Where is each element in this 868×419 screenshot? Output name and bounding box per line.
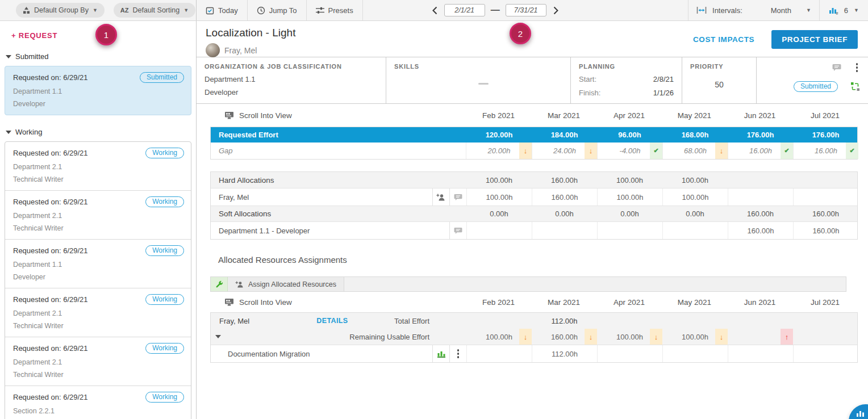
task-hours-cell	[793, 345, 858, 362]
skills-section: SKILLS	[386, 57, 571, 103]
allocation-cell: 100.00h	[662, 188, 728, 206]
requested-on-label: Requested on: 6/29/21	[13, 246, 88, 255]
interval-count-dropdown[interactable]: # 6 ▼	[819, 0, 868, 20]
priority-value: 50	[690, 80, 748, 89]
assignments-grid: Scroll Into View Feb 2021 Mar 2021 Apr 2…	[210, 292, 858, 363]
org-classification-section: ORGANIZATION & JOB CLASSIFICATION Depart…	[197, 57, 386, 103]
add-request-button[interactable]: + REQUEST	[11, 31, 57, 40]
intervals-dropdown[interactable]: Month ▼	[771, 6, 811, 15]
section-header-submitted[interactable]: Submitted	[6, 52, 196, 61]
jump-to-button[interactable]: Jump To	[248, 0, 307, 20]
allocation-cell: 100.00h	[597, 188, 662, 206]
status-badge: Working	[145, 343, 184, 354]
request-card[interactable]: Requested on: 6/29/21Working Department …	[5, 190, 191, 239]
allocation-cell: 160.00h	[532, 188, 597, 206]
remaining-cell: 100.00h↓	[466, 329, 532, 345]
project-brief-button[interactable]: PROJECT BRIEF	[771, 30, 858, 49]
scroll-into-view-button[interactable]: Scroll Into View	[210, 298, 292, 307]
card-org: Section 2.2.1	[13, 407, 184, 415]
section-label: Submitted	[15, 52, 49, 61]
allocation-cell	[793, 188, 858, 206]
allocation-cell	[532, 222, 597, 239]
details-link[interactable]: DETAILS	[316, 317, 348, 325]
task-assignment-row: Documentation Migration 112.00h	[211, 345, 857, 362]
kebab-menu-icon[interactable]	[449, 345, 466, 362]
next-period-button[interactable]	[552, 6, 560, 15]
request-status-section: Submitted	[757, 57, 868, 103]
section-header-working[interactable]: Working	[6, 128, 196, 136]
owner-name: Fray, Mel	[224, 46, 257, 55]
row-label: Gap	[219, 146, 233, 155]
monitor-icon	[224, 111, 234, 120]
row-label: Requested Effort	[219, 131, 278, 139]
request-detail-panel: Localization - Light Fray, Mel COST IMPA…	[197, 21, 868, 419]
task-hours-cell	[662, 345, 728, 362]
request-status-badge: Submitted	[794, 81, 838, 92]
allocation-cell: 0.00h	[532, 206, 597, 221]
group-by-icon	[23, 7, 30, 14]
request-card[interactable]: Requested on: 6/29/21Working Department …	[5, 239, 191, 288]
card-role: Technical Writer	[13, 322, 184, 330]
comment-icon[interactable]	[449, 188, 466, 206]
comment-icon[interactable]	[449, 222, 466, 239]
resource-name: Fray, Mel	[219, 317, 249, 325]
cost-impacts-link[interactable]: COST IMPACTS	[693, 35, 754, 44]
svg-text:#: #	[836, 11, 838, 15]
prev-period-button[interactable]	[431, 6, 439, 15]
wrench-tools-button[interactable]	[211, 277, 228, 291]
status-badge: Working	[145, 245, 184, 256]
presets-button[interactable]: Presets	[307, 0, 363, 20]
effort-cell: 184.00h	[532, 127, 597, 143]
comment-icon[interactable]	[832, 64, 841, 72]
annotation-badge-1: 1	[95, 24, 117, 45]
scroll-into-view-button[interactable]: Scroll Into View	[210, 111, 292, 120]
request-card[interactable]: Requested on: 6/29/21Working Department …	[5, 142, 191, 190]
expander-triangle-icon[interactable]	[215, 335, 221, 338]
card-org: Department 1.1	[13, 87, 184, 95]
timeline-toolbar: Today Jump To Presets —	[197, 0, 868, 20]
request-card[interactable]: Requested on: 6/29/21Working Section 2.2…	[5, 386, 191, 419]
date-from-input[interactable]	[444, 4, 485, 16]
annotation-badge-2: 2	[510, 23, 531, 44]
empty-value-dash	[478, 83, 489, 85]
card-role: Developer	[13, 273, 184, 281]
capacity-indicator-icon: ↓	[519, 329, 532, 345]
sorting-label: Default Sorting	[132, 6, 180, 14]
group-by-label: Default Group By	[34, 6, 89, 14]
today-button[interactable]: Today	[197, 0, 248, 20]
intervals-selected: Month	[771, 6, 791, 15]
task-hours-cell: 112.00h	[532, 345, 597, 362]
allocation-cell	[793, 172, 858, 188]
group-by-dropdown[interactable]: Default Group By ▼	[16, 3, 105, 18]
allocation-cell: 100.00h	[662, 172, 728, 188]
resource-planner-app: Default Group By ▼ AZ Default Sorting ▼ …	[0, 0, 868, 419]
remaining-cell: ↑	[728, 329, 793, 345]
start-date: 2/8/21	[653, 75, 674, 83]
allocation-cell: 160.00h	[532, 172, 597, 188]
task-hours-cell	[597, 345, 662, 362]
resource-allocation-row: Fray, Mel 100.00h 160.00h 100.00h 100.00…	[211, 188, 857, 206]
task-hours-cell	[728, 345, 793, 362]
month-header: May 2021	[662, 104, 727, 127]
request-card[interactable]: Requested on: 6/29/21Working Department …	[5, 288, 191, 337]
total-effort-cell	[466, 313, 532, 329]
task-name: Documentation Migration	[228, 350, 432, 358]
sorting-dropdown[interactable]: AZ Default Sorting ▼	[114, 3, 195, 18]
add-person-icon[interactable]	[432, 188, 449, 206]
requested-on-label: Requested on: 6/29/21	[13, 73, 88, 82]
priority-label: PRIORITY	[690, 63, 748, 70]
swap-status-icon[interactable]	[850, 82, 860, 91]
allocation-chart-icon[interactable]	[432, 345, 449, 362]
requested-on-label: Requested on: 6/29/21	[13, 198, 88, 206]
gap-indicator-icon: ↓	[715, 143, 728, 159]
request-card[interactable]: Requested on: 6/29/21Working Department …	[5, 337, 191, 386]
request-card-submitted[interactable]: Requested on: 6/29/21 Submitted Departme…	[5, 66, 191, 115]
kebab-menu-icon[interactable]	[855, 62, 859, 73]
calendar-today-icon	[206, 6, 214, 15]
date-to-input[interactable]	[506, 4, 546, 16]
remaining-cell	[793, 329, 858, 345]
jump-to-label: Jump To	[269, 6, 297, 15]
assign-allocated-resources-button[interactable]: Assign Allocated Resources	[228, 277, 344, 291]
total-effort-cell	[793, 313, 858, 329]
collapse-triangle-icon	[6, 55, 11, 58]
